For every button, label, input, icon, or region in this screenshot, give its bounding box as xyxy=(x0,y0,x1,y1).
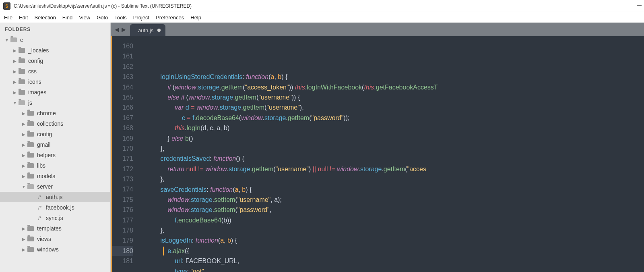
folder-c[interactable]: ▼c xyxy=(0,35,110,45)
line-number[interactable]: 175 xyxy=(112,195,133,205)
disclosure-icon[interactable]: ▶ xyxy=(21,111,27,116)
folder-config[interactable]: ▶config xyxy=(0,129,110,139)
disclosure-icon[interactable]: ▶ xyxy=(21,132,27,137)
folder-server[interactable]: ▼server xyxy=(0,181,110,192)
disclosure-icon[interactable]: ▶ xyxy=(12,69,18,74)
disclosure-icon[interactable]: ▶ xyxy=(21,153,27,158)
line-number[interactable]: 162 xyxy=(112,62,133,72)
code-line[interactable]: window.storage.setItem("username", a); xyxy=(146,195,644,205)
line-number[interactable]: 171 xyxy=(112,154,133,164)
line-number[interactable]: 174 xyxy=(112,184,133,194)
folder-icons[interactable]: ▶icons xyxy=(0,77,110,87)
minimize-button[interactable]: — xyxy=(637,2,642,8)
folder-templates[interactable]: ▶templates xyxy=(0,223,110,234)
disclosure-icon[interactable]: ▶ xyxy=(21,174,27,179)
code-editor[interactable]: logInUsingStoredCredentials: function(a,… xyxy=(138,36,644,272)
code-line[interactable]: window.storage.setItem("password", xyxy=(146,205,644,215)
line-number[interactable]: 165 xyxy=(112,92,133,102)
line-number-gutter[interactable]: 1601611621631641651661671681691701711721… xyxy=(112,36,138,272)
code-line[interactable]: this.logIn(d, c, a, b) xyxy=(146,123,644,133)
line-number[interactable]: 181 xyxy=(112,256,133,266)
folder-models[interactable]: ▶models xyxy=(0,171,110,181)
line-number[interactable]: 168 xyxy=(112,123,133,133)
line-number[interactable]: 163 xyxy=(112,72,133,82)
disclosure-icon[interactable]: ▶ xyxy=(21,226,27,231)
folder-icon xyxy=(19,48,25,53)
code-line[interactable]: e.ajax({ xyxy=(146,246,644,256)
menu-file[interactable]: File xyxy=(2,13,15,22)
app-logo-icon: S xyxy=(3,2,10,10)
disclosure-icon[interactable]: ▶ xyxy=(21,164,27,168)
folders-sidebar: FOLDERS ▼c▶_locales▶config▶css▶icons▶ima… xyxy=(0,23,111,272)
code-line[interactable]: credentialsSaved: function() { xyxy=(146,154,644,164)
menu-goto[interactable]: Goto xyxy=(94,13,110,22)
menu-edit[interactable]: Edit xyxy=(17,13,30,22)
disclosure-icon[interactable]: ▶ xyxy=(21,143,27,147)
folder-chrome[interactable]: ▶chrome xyxy=(0,108,110,118)
menu-view[interactable]: View xyxy=(76,13,93,22)
disclosure-icon[interactable]: ▼ xyxy=(12,101,18,105)
folder-images[interactable]: ▶images xyxy=(0,87,110,98)
folder-libs[interactable]: ▶libs xyxy=(0,160,110,171)
folder-collections[interactable]: ▶collections xyxy=(0,118,110,129)
menu-find[interactable]: Find xyxy=(60,13,75,22)
code-line[interactable]: f.encodeBase64(b)) xyxy=(146,215,644,225)
code-line[interactable]: url: FACEBOOK_URL, xyxy=(146,256,644,266)
line-number[interactable]: 164 xyxy=(112,82,133,92)
code-line[interactable]: }, xyxy=(146,174,644,184)
disclosure-icon[interactable]: ▼ xyxy=(4,38,10,42)
line-number[interactable]: 177 xyxy=(112,215,133,225)
line-number[interactable]: 170 xyxy=(112,143,133,154)
disclosure-icon[interactable]: ▶ xyxy=(21,237,27,241)
menu-project[interactable]: Project xyxy=(131,13,152,22)
folder-js[interactable]: ▼js xyxy=(0,98,110,108)
line-number[interactable]: 180 xyxy=(112,246,133,256)
disclosure-icon[interactable]: ▶ xyxy=(12,59,18,63)
line-number[interactable]: 160 xyxy=(112,41,133,51)
line-number[interactable]: 167 xyxy=(112,113,133,123)
disclosure-icon[interactable]: ▶ xyxy=(21,122,27,126)
line-number[interactable]: 176 xyxy=(112,205,133,215)
code-line[interactable]: type: "get", xyxy=(146,266,644,272)
line-number[interactable]: 161 xyxy=(112,51,133,61)
line-number[interactable]: 173 xyxy=(112,174,133,184)
code-line[interactable]: }, xyxy=(146,143,644,154)
folder--locales[interactable]: ▶_locales xyxy=(0,45,110,56)
line-number[interactable]: 179 xyxy=(112,235,133,245)
line-number[interactable]: 169 xyxy=(112,133,133,143)
code-line[interactable]: }, xyxy=(146,225,644,235)
line-number[interactable]: 178 xyxy=(112,225,133,235)
code-line[interactable]: var d = window.storage.getItem("username… xyxy=(146,102,644,112)
line-number[interactable]: 172 xyxy=(112,164,133,174)
disclosure-icon[interactable]: ▶ xyxy=(12,90,18,95)
file-auth-js[interactable]: /*auth.js xyxy=(0,192,110,202)
folder-helpers[interactable]: ▶helpers xyxy=(0,150,110,160)
code-line[interactable]: logInUsingStoredCredentials: function(a,… xyxy=(146,72,644,82)
menu-tools[interactable]: Tools xyxy=(112,13,129,22)
code-line[interactable]: else if (window.storage.getItem("usernam… xyxy=(146,92,644,102)
folder-config[interactable]: ▶config xyxy=(0,56,110,66)
folder-windows[interactable]: ▶windows xyxy=(0,244,110,255)
disclosure-icon[interactable]: ▶ xyxy=(12,48,18,53)
disclosure-icon[interactable]: ▶ xyxy=(12,80,18,84)
menu-preferences[interactable]: Preferences xyxy=(153,13,186,22)
file-sync-js[interactable]: /*sync.js xyxy=(0,213,110,223)
file-facebook-js[interactable]: /*facebook.js xyxy=(0,202,110,213)
code-line[interactable]: return null != window.storage.getItem("u… xyxy=(146,164,644,174)
code-line[interactable]: saveCredentials: function(a, b) { xyxy=(146,185,644,195)
menu-help[interactable]: Help xyxy=(188,13,204,22)
disclosure-icon[interactable]: ▶ xyxy=(21,247,27,252)
code-line[interactable]: isLoggedIn: function(a, b) { xyxy=(146,235,644,245)
tab-auth-js[interactable]: auth.js xyxy=(130,24,165,36)
folder-views[interactable]: ▶views xyxy=(0,234,110,244)
menu-selection[interactable]: Selection xyxy=(32,13,58,22)
nav-forward-icon[interactable]: ▶ xyxy=(122,26,126,33)
nav-back-icon[interactable]: ◀ xyxy=(115,26,119,33)
folder-css[interactable]: ▶css xyxy=(0,66,110,77)
line-number[interactable]: 166 xyxy=(112,102,133,112)
folder-gmail[interactable]: ▶gmail xyxy=(0,139,110,150)
code-line[interactable]: c = f.decodeBase64(window.storage.getIte… xyxy=(146,113,644,123)
code-line[interactable]: } else b() xyxy=(146,133,644,143)
code-line[interactable]: if (window.storage.getItem("access_token… xyxy=(146,82,644,92)
disclosure-icon[interactable]: ▼ xyxy=(21,185,27,189)
